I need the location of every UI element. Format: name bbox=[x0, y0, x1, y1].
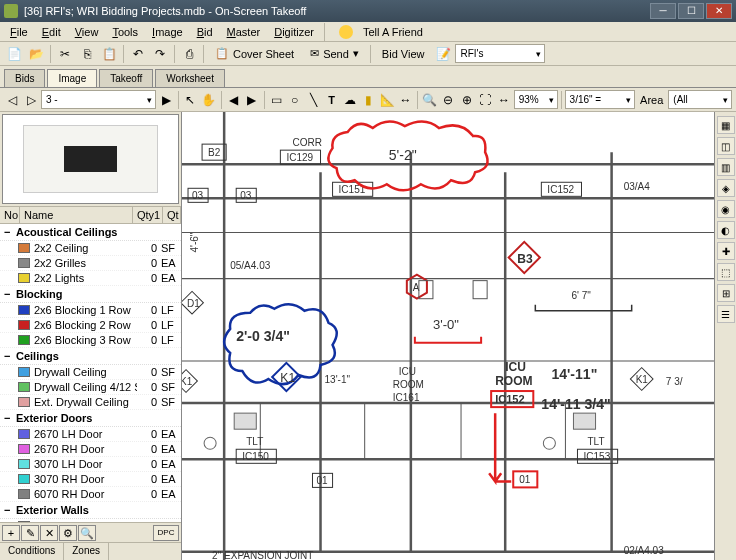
condition-item[interactable]: Drywall Ceiling0SF bbox=[0, 365, 181, 380]
menu-edit[interactable]: Edit bbox=[36, 24, 67, 40]
print-icon[interactable]: ⎙ bbox=[179, 44, 199, 64]
svg-text:14'-11": 14'-11" bbox=[551, 366, 597, 382]
menu-file[interactable]: FFileile bbox=[4, 24, 34, 40]
drawing-canvas[interactable]: CORR IC129 IC151 IC152 B2 03 03 05/A4.03… bbox=[182, 112, 714, 560]
condition-item[interactable]: 2x6 Blocking 2 Row0LF bbox=[0, 318, 181, 333]
bid-view-button[interactable]: Bid View bbox=[375, 44, 432, 64]
prev-ann[interactable]: ◀ bbox=[225, 90, 243, 110]
send-button[interactable]: ✉ Send ▾ bbox=[303, 44, 366, 64]
pan-tool[interactable]: ✋ bbox=[200, 90, 218, 110]
zoom-window-icon[interactable]: 🔍 bbox=[421, 90, 439, 110]
condition-item[interactable]: 2x2 Ceiling0SF bbox=[0, 241, 181, 256]
prev-page-button[interactable]: ◁ bbox=[4, 90, 22, 110]
palette-btn-1[interactable]: ▦ bbox=[717, 116, 735, 134]
menu-image[interactable]: Image bbox=[146, 24, 189, 40]
palette-btn-9[interactable]: ⊞ bbox=[717, 284, 735, 302]
delete-button[interactable]: ✕ bbox=[40, 525, 58, 541]
condition-item[interactable]: 3070 LH Door0EA bbox=[0, 457, 181, 472]
menu-bid[interactable]: Bid bbox=[191, 24, 219, 40]
group-header[interactable]: −Exterior Walls bbox=[0, 502, 181, 519]
fit-icon[interactable]: ⛶ bbox=[477, 90, 495, 110]
condition-tree[interactable]: −Acoustical Ceilings2x2 Ceiling0SF2x2 Gr… bbox=[0, 224, 181, 522]
cover-sheet-button[interactable]: 📋 Cover Sheet bbox=[208, 44, 301, 64]
dpc-button[interactable]: DPC bbox=[153, 525, 179, 541]
menu-master[interactable]: Master bbox=[221, 24, 267, 40]
pointer-tool[interactable]: ↖ bbox=[182, 90, 200, 110]
text-tool[interactable]: T bbox=[323, 90, 341, 110]
tab-worksheet[interactable]: Worksheet bbox=[155, 69, 225, 87]
new-icon[interactable]: 📄 bbox=[4, 44, 24, 64]
minimize-button[interactable]: ─ bbox=[650, 3, 676, 19]
group-header[interactable]: −Blocking bbox=[0, 286, 181, 303]
zoom-dropdown[interactable]: 93% bbox=[514, 90, 558, 109]
redo-icon[interactable]: ↷ bbox=[150, 44, 170, 64]
tab-bids[interactable]: Bids bbox=[4, 69, 45, 87]
item-unit: EA bbox=[161, 257, 181, 269]
close-button[interactable]: ✕ bbox=[706, 3, 732, 19]
circle-tool[interactable]: ○ bbox=[286, 90, 304, 110]
tab-image[interactable]: Image bbox=[47, 69, 97, 87]
rect-tool[interactable]: ▭ bbox=[267, 90, 285, 110]
condition-item[interactable]: 3070 RH Door0EA bbox=[0, 472, 181, 487]
area-dropdown[interactable]: (All Areas) bbox=[668, 90, 732, 109]
item-unit: LF bbox=[161, 304, 181, 316]
palette-btn-10[interactable]: ☰ bbox=[717, 305, 735, 323]
tab-takeoff[interactable]: Takeoff bbox=[99, 69, 153, 87]
tab-conditions[interactable]: Conditions bbox=[0, 543, 64, 560]
group-header[interactable]: −Acoustical Ceilings bbox=[0, 224, 181, 241]
condition-item[interactable]: Ext. Drywall Ceiling0SF bbox=[0, 395, 181, 410]
go-button[interactable]: ▶ bbox=[157, 90, 175, 110]
page-selector[interactable]: 3 - P9038945original.tif bbox=[41, 90, 156, 109]
page-thumbnail[interactable] bbox=[2, 114, 179, 204]
menu-digitizer[interactable]: Digitizer bbox=[268, 24, 320, 40]
paste-icon[interactable]: 📋 bbox=[99, 44, 119, 64]
line-tool[interactable]: ╲ bbox=[304, 90, 322, 110]
group-header[interactable]: −Exterior Doors bbox=[0, 410, 181, 427]
zoom-out-icon[interactable]: ⊖ bbox=[440, 90, 458, 110]
rfi-dropdown[interactable]: RFI's bbox=[455, 44, 545, 63]
options-button[interactable]: ⚙ bbox=[59, 525, 77, 541]
copy-icon[interactable]: ⎘ bbox=[77, 44, 97, 64]
condition-item[interactable]: 2670 LH Door0EA bbox=[0, 427, 181, 442]
undo-icon[interactable]: ↶ bbox=[128, 44, 148, 64]
palette-btn-3[interactable]: ▥ bbox=[717, 158, 735, 176]
menu-view[interactable]: View bbox=[69, 24, 105, 40]
tell-a-friend[interactable]: Tell A Friend bbox=[339, 24, 429, 40]
condition-item[interactable]: 2x6 Blocking 1 Row0LF bbox=[0, 303, 181, 318]
window-title: [36] RFI's; WRI Bidding Projects.mdb - O… bbox=[24, 5, 306, 17]
dimension-tool[interactable]: ↔ bbox=[397, 90, 415, 110]
condition-item[interactable]: 2x2 Grilles0EA bbox=[0, 256, 181, 271]
rfi-icon[interactable]: 📝 bbox=[433, 44, 453, 64]
condition-item[interactable]: Drywall Ceiling 4/12 Slope0SF bbox=[0, 380, 181, 395]
condition-item[interactable]: 2x2 Lights0EA bbox=[0, 271, 181, 286]
open-icon[interactable]: 📂 bbox=[26, 44, 46, 64]
condition-item[interactable]: 2x6 Blocking 3 Row0LF bbox=[0, 333, 181, 348]
scale-dropdown[interactable]: 3/16" = 1'-0" bbox=[565, 90, 636, 109]
group-header[interactable]: −Ceilings bbox=[0, 348, 181, 365]
add-button[interactable]: + bbox=[2, 525, 20, 541]
palette-btn-7[interactable]: ✚ bbox=[717, 242, 735, 260]
measure-tool[interactable]: 📐 bbox=[378, 90, 396, 110]
edit-button[interactable]: ✎ bbox=[21, 525, 39, 541]
condition-item[interactable]: 2670 RH Door0EA bbox=[0, 442, 181, 457]
next-ann[interactable]: ▶ bbox=[243, 90, 261, 110]
cloud-tool[interactable]: ☁ bbox=[341, 90, 359, 110]
cut-icon[interactable]: ✂ bbox=[55, 44, 75, 64]
svg-rect-72 bbox=[234, 413, 256, 429]
palette-btn-6[interactable]: ◐ bbox=[717, 221, 735, 239]
palette-btn-2[interactable]: ◫ bbox=[717, 137, 735, 155]
palette-btn-5[interactable]: ◉ bbox=[717, 200, 735, 218]
highlight-tool[interactable]: ▮ bbox=[360, 90, 378, 110]
menu-tools[interactable]: Tools bbox=[106, 24, 144, 40]
search-button[interactable]: 🔍 bbox=[78, 525, 96, 541]
maximize-button[interactable]: ☐ bbox=[678, 3, 704, 19]
fit-width-icon[interactable]: ↔ bbox=[495, 90, 513, 110]
palette-btn-8[interactable]: ⬚ bbox=[717, 263, 735, 281]
next-page-button[interactable]: ▷ bbox=[23, 90, 41, 110]
item-name: Drywall Ceiling 4/12 Slope bbox=[34, 381, 137, 393]
palette-btn-4[interactable]: ◈ bbox=[717, 179, 735, 197]
condition-item[interactable]: 6070 RH Door0EA bbox=[0, 487, 181, 502]
zoom-in-icon[interactable]: ⊕ bbox=[458, 90, 476, 110]
svg-text:ICU: ICU bbox=[505, 360, 526, 374]
tab-zones[interactable]: Zones bbox=[64, 543, 109, 560]
